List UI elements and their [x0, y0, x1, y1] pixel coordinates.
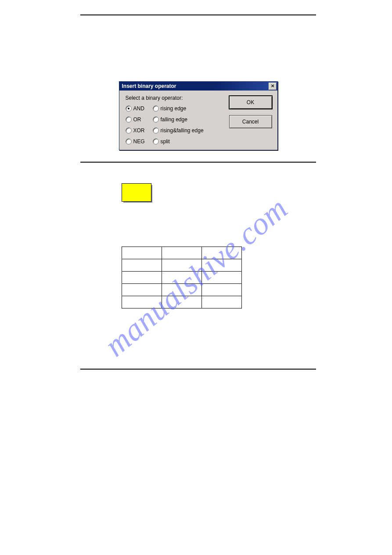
radio-group: Select a binary operator: AND rising edg… — [126, 95, 222, 145]
radio-label: OR — [133, 116, 141, 123]
cell — [162, 259, 202, 272]
cell — [202, 259, 242, 272]
radio-grid: AND rising edge OR — [126, 105, 222, 145]
radio-rising-falling-edge[interactable]: rising&falling edge — [153, 127, 222, 134]
cell — [122, 284, 162, 296]
cell — [162, 296, 202, 308]
radio-split[interactable]: split — [153, 138, 222, 145]
radio-label: split — [161, 138, 170, 145]
radio-label: rising edge — [161, 105, 187, 112]
cancel-button[interactable]: Cancel — [229, 115, 272, 128]
close-icon: ✕ — [271, 84, 274, 88]
swatch-shadow — [122, 183, 151, 201]
divider-middle — [80, 162, 316, 163]
radio-icon — [126, 127, 132, 134]
radio-label: XOR — [133, 127, 145, 134]
radio-icon — [153, 116, 159, 123]
table-row — [122, 247, 242, 259]
close-button[interactable]: ✕ — [269, 83, 277, 90]
cell — [202, 296, 242, 308]
cell — [162, 247, 202, 259]
radio-neg[interactable]: NEG — [126, 138, 153, 145]
table-row — [122, 296, 242, 308]
color-swatch — [122, 183, 151, 202]
cell — [202, 272, 242, 284]
table-row — [122, 284, 242, 296]
radio-icon — [153, 127, 159, 134]
empty-table — [122, 247, 242, 308]
radio-icon — [126, 116, 132, 123]
divider-bottom — [80, 369, 316, 370]
dialog-title: Insert binary operator — [122, 83, 176, 89]
radio-icon — [126, 105, 132, 112]
cell — [122, 296, 162, 308]
cancel-label: Cancel — [242, 119, 259, 125]
divider-top — [80, 15, 316, 15]
radio-label: AND — [133, 105, 144, 112]
radio-label: falling edge — [161, 116, 187, 123]
cell — [122, 259, 162, 272]
cell — [202, 284, 242, 296]
radio-or[interactable]: OR — [126, 116, 153, 123]
content-area: Insert binary operator ✕ Select a binary… — [80, 15, 316, 370]
dialog-container: Insert binary operator ✕ Select a binary… — [80, 81, 316, 150]
table-row — [122, 272, 242, 284]
radio-icon — [153, 105, 159, 112]
radio-falling-edge[interactable]: falling edge — [153, 116, 222, 123]
dialog-titlebar: Insert binary operator ✕ — [119, 82, 277, 91]
table-row — [122, 259, 242, 272]
ok-label: OK — [247, 99, 254, 105]
cell — [202, 247, 242, 259]
insert-binary-operator-dialog: Insert binary operator ✕ Select a binary… — [119, 81, 278, 150]
radio-label: rising&falling edge — [161, 127, 204, 134]
cell — [162, 272, 202, 284]
radio-label: NEG — [133, 138, 145, 145]
radio-xor[interactable]: XOR — [126, 127, 153, 134]
radio-icon — [153, 138, 159, 145]
radio-icon — [126, 138, 132, 145]
dialog-buttons: OK Cancel — [229, 95, 272, 145]
radio-prompt: Select a binary operator: — [126, 95, 222, 101]
cell — [122, 272, 162, 284]
dialog-body: Select a binary operator: AND rising edg… — [119, 91, 277, 150]
color-swatch-container — [122, 183, 316, 201]
cell — [122, 247, 162, 259]
ok-button[interactable]: OK — [229, 96, 272, 109]
radio-and[interactable]: AND — [126, 105, 153, 112]
cell — [162, 284, 202, 296]
radio-rising-edge[interactable]: rising edge — [153, 105, 222, 112]
